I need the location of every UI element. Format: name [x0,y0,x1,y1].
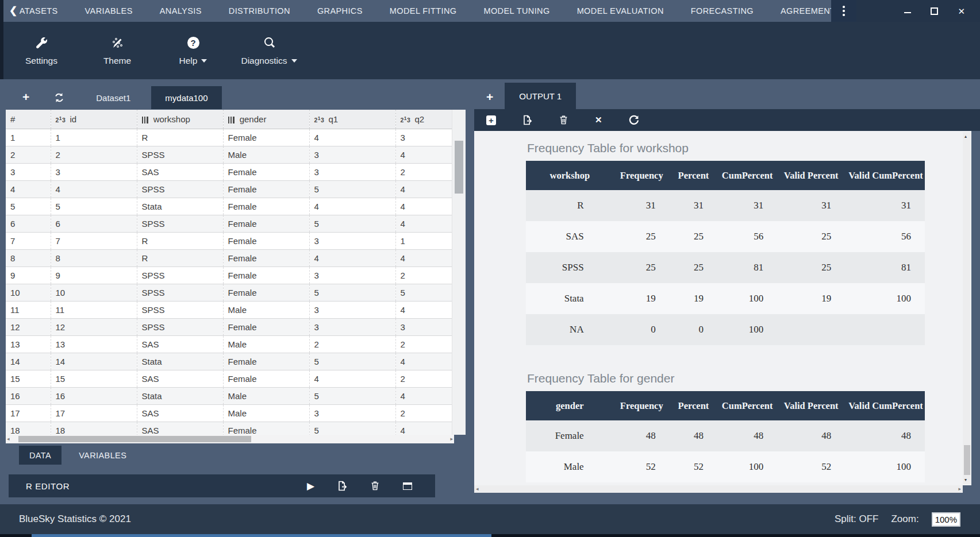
grid-cell[interactable]: 4 [395,422,452,435]
grid-row[interactable]: 1818SASFemale54 [6,422,452,435]
grid-cell[interactable]: SPSS [137,180,223,198]
grid-row[interactable]: 66SPSSFemale54 [6,215,452,232]
open-window-button[interactable] [403,482,412,490]
grid-cell[interactable]: SAS [137,370,223,387]
menu-item-model-fitting[interactable]: MODEL FITTING [390,6,457,16]
settings-button[interactable]: Settings [3,26,79,75]
grid-cell[interactable]: 1 [51,129,137,146]
grid-cell[interactable]: Female [223,370,309,387]
grid-row[interactable]: 1515SASFemale42 [6,370,452,387]
grid-cell[interactable]: SPSS [137,266,223,284]
menu-item-analysis[interactable]: ANALYSIS [160,6,202,16]
grid-cell[interactable]: 3 [309,232,395,249]
grid-cell[interactable]: 9 [6,266,51,284]
grid-column-header-workshop[interactable]: workshop [137,110,223,129]
grid-row[interactable]: 1616StataMale54 [6,387,452,404]
grid-cell[interactable]: R [137,129,223,146]
grid-row[interactable]: 1414StataFemale54 [6,353,452,370]
tab-data[interactable]: DATA [19,446,62,465]
minimize-button[interactable] [904,12,911,13]
grid-cell[interactable]: 4 [395,301,452,318]
grid-column-header-q1[interactable]: 213q1 [309,110,395,129]
scroll-right-icon[interactable]: ▸ [958,486,961,492]
grid-cell[interactable]: SAS [137,422,223,435]
grid-cell[interactable]: 11 [6,301,51,318]
grid-cell[interactable]: 3 [6,163,51,180]
grid-cell[interactable]: Female [223,266,309,284]
menu-item-datasets[interactable]: DATASETS [20,6,58,16]
grid-cell[interactable]: 5 [309,284,395,301]
scrollbar-thumb[interactable] [455,141,463,194]
grid-cell[interactable]: 14 [51,353,137,370]
grid-cell[interactable]: 14 [6,353,51,370]
grid-cell[interactable]: 6 [6,215,51,232]
grid-cell[interactable]: 3 [309,318,395,335]
grid-cell[interactable]: 8 [6,249,51,266]
grid-column-header-index[interactable]: # [6,110,51,129]
grid-cell[interactable]: 2 [309,335,395,353]
grid-cell[interactable]: 4 [395,180,452,198]
output-horizontal-scrollbar[interactable]: ◂ ▸ [474,485,963,493]
grid-row[interactable]: 44SPSSFemale54 [6,180,452,198]
grid-cell[interactable]: SPSS [137,146,223,163]
grid-cell[interactable]: 6 [51,215,137,232]
grid-cell[interactable]: 3 [395,129,452,146]
grid-row[interactable]: 11RFemale43 [6,129,452,146]
scroll-left-icon[interactable]: ◂ [476,486,479,492]
zoom-input[interactable]: 100% [932,512,960,527]
grid-cell[interactable]: SAS [137,335,223,353]
refresh-output-button[interactable] [628,114,639,126]
grid-cell[interactable]: 2 [395,163,452,180]
output-vertical-scrollbar[interactable]: ▴ ▾ [963,132,971,484]
grid-cell[interactable]: 3 [309,146,395,163]
grid-row[interactable]: 1111SPSSMale34 [6,301,452,318]
grid-cell[interactable]: 15 [6,370,51,387]
grid-cell[interactable]: 3 [309,266,395,284]
grid-cell[interactable]: 4 [395,198,452,215]
grid-cell[interactable]: 5 [309,215,395,232]
grid-cell[interactable]: 3 [309,404,395,422]
grid-cell[interactable]: Stata [137,387,223,404]
grid-cell[interactable]: 5 [309,180,395,198]
grid-cell[interactable]: 4 [6,180,51,198]
add-output-tab-button[interactable]: + [486,92,493,102]
menu-item-forecasting[interactable]: FORECASTING [691,6,754,16]
grid-cell[interactable]: 2 [395,404,452,422]
grid-cell[interactable]: 4 [309,129,395,146]
grid-column-header-id[interactable]: 213id [51,110,137,129]
grid-cell[interactable]: 3 [51,163,137,180]
grid-cell[interactable]: 7 [51,232,137,249]
grid-cell[interactable]: 12 [51,318,137,335]
close-output-button[interactable]: ✕ [595,115,602,125]
grid-cell[interactable]: 11 [51,301,137,318]
scroll-left-icon[interactable]: ◂ [7,436,10,442]
maximize-button[interactable] [931,7,938,15]
scroll-right-icon[interactable]: ▸ [450,436,453,442]
menu-item-model-evaluation[interactable]: MODEL EVALUATION [577,6,664,16]
grid-cell[interactable]: SAS [137,163,223,180]
theme-button[interactable]: Theme [79,26,155,75]
grid-cell[interactable]: 17 [6,404,51,422]
close-button[interactable]: ✕ [958,7,965,16]
export-output-button[interactable] [521,114,533,126]
add-output-button[interactable]: + [486,115,496,125]
grid-cell[interactable]: Female [223,422,309,435]
grid-cell[interactable]: 15 [51,370,137,387]
grid-cell[interactable]: 13 [51,335,137,353]
grid-cell[interactable]: Stata [137,198,223,215]
menu-item-agreement[interactable]: AGREEMENT [781,6,835,16]
grid-cell[interactable]: 18 [51,422,137,435]
scroll-down-icon[interactable]: ▾ [964,477,967,482]
grid-cell[interactable]: 4 [395,249,452,266]
grid-cell[interactable]: Female [223,215,309,232]
scrollbar-thumb[interactable] [964,445,970,475]
grid-cell[interactable]: SPSS [137,318,223,335]
grid-cell[interactable]: Male [223,335,309,353]
delete-output-button[interactable] [558,114,570,126]
grid-row[interactable]: 55StataFemale44 [6,198,452,215]
grid-cell[interactable]: 4 [395,146,452,163]
tab-variables[interactable]: VARIABLES [68,446,137,465]
grid-cell[interactable]: 3 [309,163,395,180]
grid-cell[interactable]: 4 [309,370,395,387]
grid-cell[interactable]: 18 [6,422,51,435]
